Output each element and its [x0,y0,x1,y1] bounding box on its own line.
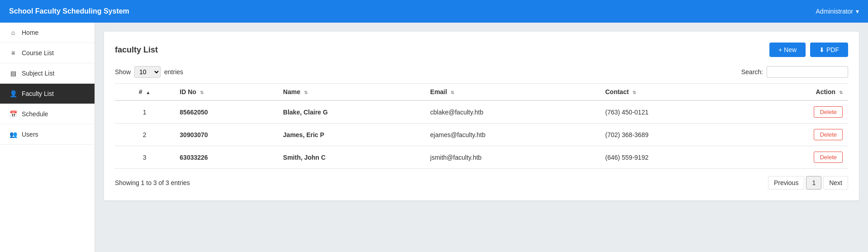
app-title: School Faculty Scheduling System [9,7,129,15]
cell-action: Delete [743,100,848,124]
sidebar-item-users-label: Users [22,131,38,138]
pdf-button[interactable]: ⬇ PDF [810,43,848,57]
cell-id-no: 30903070 [174,124,278,146]
show-entries-control: Show 10 25 50 100 entries [115,66,183,78]
col-name[interactable]: Name ⇅ [278,84,425,101]
entries-label: entries [164,68,183,76]
sidebar-item-faculty-list[interactable]: 👤 Faculty List [0,84,95,104]
col-id-no[interactable]: ID No ⇅ [174,84,278,101]
sort-name-icon: ⇅ [304,90,308,95]
sidebar-item-home-label: Home [22,29,38,36]
table-header-row: # ▲ ID No ⇅ Name ⇅ Email ⇅ Contact ⇅ [115,84,848,101]
next-button[interactable]: Next [823,176,848,190]
sidebar-item-course-list-label: Course List [22,49,54,57]
user-name: Administrator [816,8,853,15]
search-input[interactable] [767,66,848,78]
sidebar-item-subject-list[interactable]: ▤ Subject List [0,63,95,84]
cell-name: Smith, John C [278,146,425,169]
pagination-controls: Previous 1 Next [768,176,848,190]
faculty-table: # ▲ ID No ⇅ Name ⇅ Email ⇅ Contact ⇅ [115,83,848,169]
cell-contact: (646) 559-9192 [600,146,743,169]
cell-email: jsmith@faculty.htb [425,146,600,169]
sidebar-item-home[interactable]: ⌂ Home [0,23,95,43]
cell-action: Delete [743,124,848,146]
sidebar-item-users[interactable]: 👥 Users [0,124,95,145]
sort-num-icon: ▲ [146,90,151,95]
cell-num: 2 [115,124,174,146]
pagination-info: Showing 1 to 3 of 3 entries [115,179,190,186]
new-button[interactable]: + New [769,43,806,57]
navbar: School Faculty Scheduling System Adminis… [0,0,868,23]
page-layout: ⌂ Home ≡ Course List ▤ Subject List 👤 Fa… [0,23,868,252]
delete-button[interactable]: Delete [814,152,843,163]
main-content: faculty List + New ⬇ PDF Show 10 25 50 1… [95,23,868,252]
list-icon: ≡ [9,49,17,57]
delete-button[interactable]: Delete [814,106,843,118]
users-icon: 👥 [9,131,17,138]
delete-button[interactable]: Delete [814,129,843,140]
table-body: 1 85662050 Blake, Claire G cblake@facult… [115,100,848,169]
sidebar-item-course-list[interactable]: ≡ Course List [0,43,95,63]
user-dropdown-icon: ▾ [856,8,859,15]
search-box: Search: [741,66,848,78]
table-row: 2 30903070 James, Eric P ejames@faculty.… [115,124,848,146]
col-action[interactable]: Action ⇅ [743,84,848,101]
home-icon: ⌂ [9,29,17,36]
sort-idno-icon: ⇅ [200,90,204,95]
cell-contact: (763) 450-0121 [600,100,743,124]
user-menu[interactable]: Administrator ▾ [816,8,859,15]
previous-button[interactable]: Previous [768,176,804,190]
cell-id-no: 63033226 [174,146,278,169]
col-contact[interactable]: Contact ⇅ [600,84,743,101]
table-row: 3 63033226 Smith, John C jsmith@faculty.… [115,146,848,169]
schedule-icon: 📅 [9,110,17,118]
sidebar-item-schedule-label: Schedule [22,110,48,118]
sort-action-icon: ⇅ [839,90,843,95]
pagination-row: Showing 1 to 3 of 3 entries Previous 1 N… [115,176,848,190]
sidebar-item-subject-list-label: Subject List [22,70,54,77]
sort-email-icon: ⇅ [451,90,454,95]
content-card: faculty List + New ⬇ PDF Show 10 25 50 1… [104,32,859,200]
subject-icon: ▤ [9,70,17,77]
header-buttons: + New ⬇ PDF [769,43,848,57]
col-num[interactable]: # ▲ [115,84,174,101]
cell-name: Blake, Claire G [278,100,425,124]
cell-email: ejames@faculty.htb [425,124,600,146]
faculty-icon: 👤 [9,90,17,97]
table-row: 1 85662050 Blake, Claire G cblake@facult… [115,100,848,124]
show-label: Show [115,68,131,76]
search-label: Search: [741,68,763,76]
page-1-button[interactable]: 1 [806,176,821,190]
cell-id-no: 85662050 [174,100,278,124]
cell-email: cblake@faculty.htb [425,100,600,124]
page-title: faculty List [115,45,158,55]
cell-num: 3 [115,146,174,169]
sort-contact-icon: ⇅ [632,90,636,95]
col-email[interactable]: Email ⇅ [425,84,600,101]
sidebar: ⌂ Home ≡ Course List ▤ Subject List 👤 Fa… [0,23,95,252]
cell-action: Delete [743,146,848,169]
cell-name: James, Eric P [278,124,425,146]
sidebar-item-schedule[interactable]: 📅 Schedule [0,104,95,124]
sidebar-item-faculty-list-label: Faculty List [22,90,54,97]
cell-num: 1 [115,100,174,124]
cell-contact: (702) 368-3689 [600,124,743,146]
entries-select[interactable]: 10 25 50 100 [134,66,161,78]
card-header: faculty List + New ⬇ PDF [115,43,848,57]
table-controls: Show 10 25 50 100 entries Search: [115,66,848,78]
